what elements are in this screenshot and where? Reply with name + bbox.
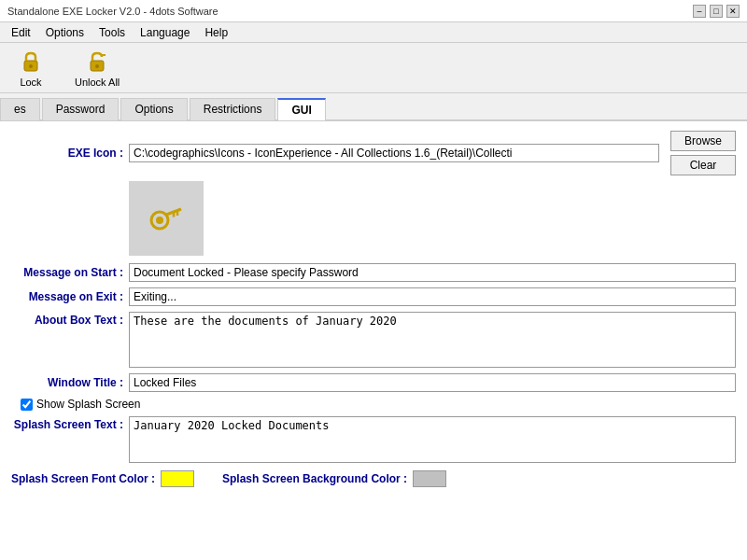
close-button[interactable]: ✕ bbox=[726, 5, 740, 18]
tab-gui[interactable]: GUI bbox=[277, 98, 325, 120]
title-bar: Standalone EXE Locker V2.0 - 4dots Softw… bbox=[0, 0, 747, 22]
tabs-container: es Password Options Restrictions GUI bbox=[0, 93, 747, 121]
bg-color-swatch[interactable] bbox=[413, 470, 446, 487]
color-row: Splash Screen Font Color : Splash Screen… bbox=[11, 470, 736, 487]
tab-restrictions[interactable]: Restrictions bbox=[190, 98, 276, 120]
menu-tools[interactable]: Tools bbox=[92, 24, 133, 40]
clear-button[interactable]: Clear bbox=[670, 155, 736, 175]
message-on-start-input[interactable] bbox=[129, 263, 736, 282]
show-splash-checkbox[interactable] bbox=[21, 399, 33, 411]
exe-icon-form-row: EXE Icon : Browse Clear bbox=[11, 131, 736, 175]
exe-icon-label: EXE Icon : bbox=[11, 147, 123, 160]
tab-password[interactable]: Password bbox=[42, 98, 120, 120]
message-on-exit-input[interactable] bbox=[129, 287, 736, 306]
menu-bar: Edit Options Tools Language Help bbox=[0, 22, 747, 43]
menu-options[interactable]: Options bbox=[38, 24, 92, 40]
title-bar-controls: – □ ✕ bbox=[693, 5, 740, 18]
exe-icon-buttons: Browse Clear bbox=[665, 131, 736, 175]
font-color-label: Splash Screen Font Color : bbox=[11, 472, 155, 485]
toolbar: Lock Unlock All bbox=[0, 43, 747, 93]
lock-label: Lock bbox=[20, 77, 41, 88]
unlock-icon bbox=[84, 49, 110, 75]
key-icon bbox=[148, 200, 185, 237]
splash-text-textarea[interactable]: January 2020 Locked Documents bbox=[129, 416, 736, 463]
menu-edit[interactable]: Edit bbox=[4, 24, 38, 40]
main-content: EXE Icon : Browse Clear Message o bbox=[0, 121, 747, 560]
message-on-exit-row: Message on Exit : bbox=[11, 287, 736, 306]
font-color-swatch[interactable] bbox=[161, 470, 194, 487]
message-on-start-row: Message on Start : bbox=[11, 263, 736, 282]
svg-point-3 bbox=[95, 64, 99, 68]
show-splash-label: Show Splash Screen bbox=[36, 398, 140, 411]
menu-help[interactable]: Help bbox=[197, 24, 235, 40]
about-box-label: About Box Text : bbox=[11, 312, 123, 327]
lock-button[interactable]: Lock bbox=[7, 47, 54, 90]
icon-preview bbox=[129, 181, 204, 256]
splash-text-label: Splash Screen Text : bbox=[11, 416, 123, 431]
message-on-start-label: Message on Start : bbox=[11, 266, 123, 279]
lock-icon bbox=[18, 49, 44, 75]
maximize-button[interactable]: □ bbox=[710, 5, 723, 18]
browse-button[interactable]: Browse bbox=[670, 131, 736, 151]
tab-es[interactable]: es bbox=[0, 98, 40, 120]
minimize-button[interactable]: – bbox=[693, 5, 706, 18]
unlock-all-button[interactable]: Unlock All bbox=[69, 47, 125, 90]
bg-color-label: Splash Screen Background Color : bbox=[222, 472, 407, 485]
show-splash-row: Show Splash Screen bbox=[21, 398, 736, 411]
title-bar-text: Standalone EXE Locker V2.0 - 4dots Softw… bbox=[7, 6, 218, 17]
window-title-row: Window Title : bbox=[11, 373, 736, 392]
exe-icon-input[interactable] bbox=[129, 144, 659, 162]
svg-point-1 bbox=[29, 64, 33, 68]
splash-text-row: Splash Screen Text : January 2020 Locked… bbox=[11, 416, 736, 463]
svg-point-5 bbox=[156, 217, 163, 224]
unlock-all-label: Unlock All bbox=[75, 77, 120, 88]
menu-language[interactable]: Language bbox=[133, 24, 197, 40]
window-title-label: Window Title : bbox=[11, 376, 123, 389]
window-title-input[interactable] bbox=[129, 373, 736, 392]
about-box-textarea[interactable]: These are the documents of January 2020 bbox=[129, 312, 736, 368]
about-box-row: About Box Text : These are the documents… bbox=[11, 312, 736, 368]
exe-icon-row: EXE Icon : Browse Clear bbox=[11, 131, 736, 263]
tab-options[interactable]: Options bbox=[120, 98, 187, 120]
message-on-exit-label: Message on Exit : bbox=[11, 290, 123, 303]
